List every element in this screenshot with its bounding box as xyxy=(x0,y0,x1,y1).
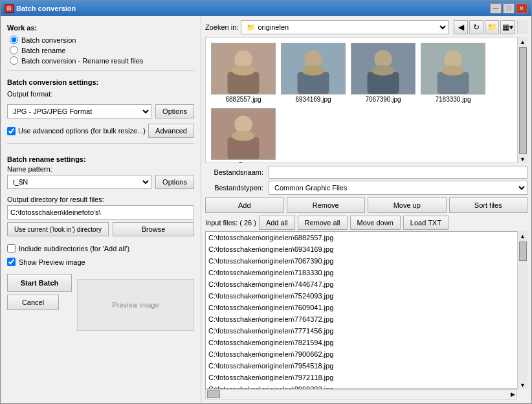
thumbnail-item[interactable]: 6934169.jpg xyxy=(281,43,346,103)
horizontal-scrollbar[interactable]: ▶ xyxy=(205,389,517,399)
browse-button[interactable]: Browse xyxy=(113,222,194,236)
show-preview-checkbox[interactable] xyxy=(7,258,16,266)
file-list-item[interactable]: C:\fotosschaken\originelen\6934169.jpg xyxy=(206,243,516,255)
file-list-item[interactable]: C:\fotosschaken\originelen\7900662.jpg xyxy=(206,348,516,360)
thumbnail-label: 6934169.jpg xyxy=(295,96,331,103)
file-list-item[interactable]: C:\fotosschaken\originelen\7764372.jpg xyxy=(206,313,516,325)
thumbnail-image xyxy=(351,43,416,95)
thumbnail-item[interactable]: 6882557.jpg xyxy=(211,43,276,103)
options2-button[interactable]: Options xyxy=(155,175,194,189)
preview-area: Preview image xyxy=(77,279,194,331)
work-as-label: Work as: xyxy=(7,24,194,32)
svg-point-17 xyxy=(234,116,252,133)
use-advanced-label: Use advanced options (for bulk resize...… xyxy=(18,127,146,135)
file-list-item[interactable]: C:\fotosschaken\originelen\7524093.jpg xyxy=(206,290,516,302)
start-batch-button[interactable]: Start Batch xyxy=(7,274,72,292)
name-pattern-select[interactable]: t_$N xyxy=(7,175,151,189)
thumbnail-scrollbar[interactable]: ▲ ▼ xyxy=(517,37,527,163)
right-panel: Zoeken in: 📁 originelen ◀ ↻ 📁 ▦▾ xyxy=(201,16,531,403)
app-icon: B xyxy=(5,4,14,13)
thumbnail-image xyxy=(421,43,485,95)
file-list-item[interactable]: C:\fotosschaken\originelen\7771456.jpg xyxy=(206,325,516,337)
refresh-button[interactable]: ↻ xyxy=(469,20,483,34)
file-list-item[interactable]: C:\fotosschaken\originelen\7609041.jpg xyxy=(206,302,516,313)
close-button[interactable]: ✕ xyxy=(516,3,527,14)
use-current-dir-button[interactable]: Use current ('look in') directory xyxy=(7,222,109,236)
options-button[interactable]: Options xyxy=(155,104,194,118)
input-files-row: Input files: ( 26 ) Add all Remove all M… xyxy=(205,216,527,230)
move-down-button[interactable]: Move down xyxy=(350,216,401,230)
thumbnail-label: 7... xyxy=(239,161,248,163)
thumbnail-item[interactable]: 7... xyxy=(211,108,276,163)
divider1 xyxy=(7,70,194,71)
radio-batch-rename[interactable]: Batch rename xyxy=(10,46,194,54)
move-up-button[interactable]: Move up xyxy=(368,197,447,213)
add-button[interactable]: Add xyxy=(205,197,284,213)
svg-point-3 xyxy=(232,65,254,76)
view-button[interactable]: ▦▾ xyxy=(500,20,515,34)
titlebar-controls: — □ ✕ xyxy=(490,3,527,14)
back-button[interactable]: ◀ xyxy=(454,20,468,34)
include-subdirs-row[interactable]: Include subdirectories (for 'Add all') xyxy=(7,244,194,252)
file-list-item[interactable]: C:\fotosschaken\originelen\7972118.jpg xyxy=(206,372,516,383)
thumbnail-image xyxy=(211,108,276,160)
file-list-item[interactable]: C:\fotosschaken\originelen\8060393.jpg xyxy=(206,383,516,389)
sort-files-button[interactable]: Sort files xyxy=(449,197,528,213)
use-advanced-checkbox[interactable] xyxy=(7,127,16,135)
bestandsnaam-input[interactable] xyxy=(269,166,527,179)
minimize-button[interactable]: — xyxy=(490,3,502,14)
batch-settings-label: Batch conversion settings: xyxy=(7,78,194,86)
load-txt-button[interactable]: Load TXT xyxy=(403,216,449,230)
file-type-select[interactable]: Common Graphic Files xyxy=(269,181,527,195)
cancel-button[interactable]: Cancel xyxy=(7,295,59,310)
file-list-item[interactable]: C:\fotosschaken\originelen\7954518.jpg xyxy=(206,360,516,372)
include-subdirs-label: Include subdirectories (for 'Add all') xyxy=(19,245,129,252)
file-list-item[interactable]: C:\fotosschaken\originelen\7067390.jpg xyxy=(206,255,516,267)
thumbnail-container: 6882557.jpg 6934169.jpg xyxy=(205,37,527,163)
format-select[interactable]: JPG - JPG/JPEG Format xyxy=(7,104,151,118)
file-browser-header: Zoeken in: 📁 originelen ◀ ↻ 📁 ▦▾ xyxy=(205,20,527,34)
file-list-scrollbar[interactable]: ▲ ▼ xyxy=(517,231,527,389)
new-folder-button[interactable]: 📁 xyxy=(485,20,499,34)
v-scroll-placeholder xyxy=(517,20,527,34)
include-subdirs-checkbox[interactable] xyxy=(7,244,16,252)
left-panel: Work as: Batch conversion Batch rename B… xyxy=(1,16,201,403)
toolbar-icons: ◀ ↻ 📁 ▦▾ xyxy=(454,20,515,34)
file-list-item[interactable]: C:\fotosschaken\originelen\6882557.jpg xyxy=(206,232,516,243)
file-actions-row1: Add Remove Move up Sort files xyxy=(205,197,527,213)
thumbnail-label: 7067390.jpg xyxy=(365,96,401,103)
file-list-item[interactable]: C:\fotosschaken\originelen\7183330.jpg xyxy=(206,267,516,278)
name-pattern-row: t_$N Options xyxy=(7,175,194,189)
file-list[interactable]: C:\fotosschaken\originelen\6882557.jpgC:… xyxy=(205,231,527,389)
output-dir-input[interactable] xyxy=(7,205,194,219)
bestandstypen-row: Bestandstypen: Common Graphic Files xyxy=(205,181,527,195)
thumbnail-item[interactable]: 7183330.jpg xyxy=(421,43,485,103)
radio-batch-conversion[interactable]: Batch conversion xyxy=(10,36,194,44)
output-dir-section: Output directory for result files: Use c… xyxy=(7,196,194,236)
maximize-button[interactable]: □ xyxy=(503,3,515,14)
show-preview-label: Show Preview image xyxy=(19,258,85,266)
file-list-item[interactable]: C:\fotosschaken\originelen\7821594.jpg xyxy=(206,337,516,348)
show-preview-row[interactable]: Show Preview image xyxy=(7,258,194,266)
thumbnail-item[interactable]: 7067390.jpg xyxy=(351,43,416,103)
add-all-button[interactable]: Add all xyxy=(259,216,295,230)
advanced-button[interactable]: Advanced xyxy=(148,124,194,138)
file-list-item[interactable]: C:\fotosschaken\originelen\7446747.jpg xyxy=(206,278,516,290)
thumbnail-image xyxy=(211,43,276,95)
preview-label: Preview image xyxy=(112,301,159,309)
advanced-row: Use advanced options (for bulk resize...… xyxy=(7,124,194,138)
titlebar: B Batch conversion — □ ✕ xyxy=(1,1,531,16)
main-content: Work as: Batch conversion Batch rename B… xyxy=(1,16,531,403)
svg-point-15 xyxy=(441,65,464,76)
bestandsnaam-label: Bestandsnaam: xyxy=(205,168,263,176)
thumbnail-area: 6882557.jpg 6934169.jpg xyxy=(205,37,527,163)
work-as-group: Batch conversion Batch rename Batch conv… xyxy=(7,36,194,65)
location-select[interactable]: 📁 originelen xyxy=(241,20,449,34)
svg-point-9 xyxy=(374,50,392,68)
remove-all-button[interactable]: Remove all xyxy=(298,216,348,230)
radio-batch-conversion-rename[interactable]: Batch conversion - Rename result files xyxy=(10,56,194,65)
remove-button[interactable]: Remove xyxy=(287,197,366,213)
bottom-actions: Start Batch Cancel Preview image xyxy=(7,274,194,331)
location-wrapper: 📁 originelen xyxy=(241,20,449,34)
output-format-label: Output format: xyxy=(7,90,194,98)
